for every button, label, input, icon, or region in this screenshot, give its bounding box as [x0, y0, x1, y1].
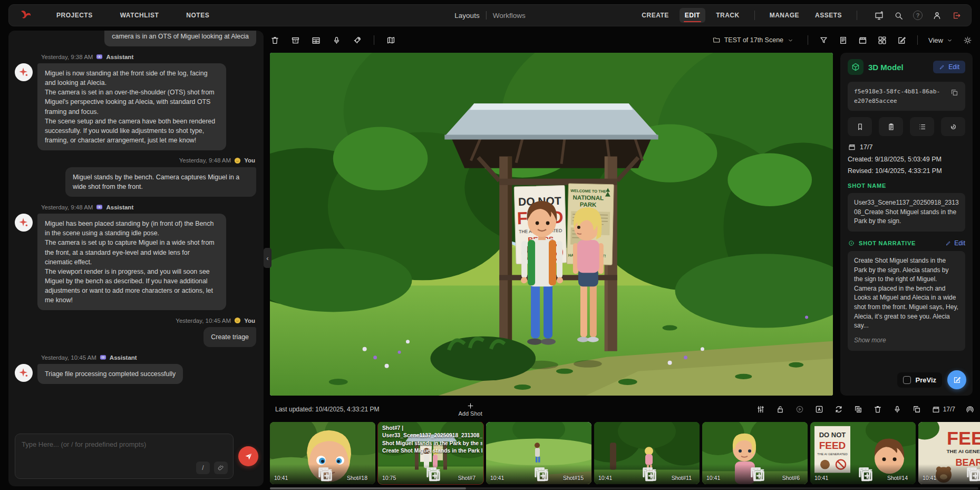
cube-icon	[851, 62, 860, 72]
logout-icon[interactable]	[952, 11, 962, 21]
search-icon[interactable]	[894, 11, 904, 21]
nav-create[interactable]: CREATE	[636, 8, 674, 23]
assistant-message: Triage file processing completed success…	[37, 364, 183, 384]
shot-thumbnail[interactable]: 10:41Shot#15	[486, 422, 591, 484]
shot-timeline-strip[interactable]: 10:41Shot#18Shot#7 |User33_Scene1137_202…	[270, 422, 980, 485]
chat-message-list[interactable]: camera is in an OTS of Miguel looking at…	[8, 31, 264, 429]
nav-watchlist[interactable]: WATCHLIST	[115, 8, 164, 23]
sliders-icon[interactable]	[756, 405, 765, 414]
message-timestamp: Yesterday, 9:48 AM	[179, 157, 231, 164]
copy-icon[interactable]	[489, 464, 591, 484]
narrative-edit-button[interactable]: Edit	[945, 239, 965, 247]
bookmark-button[interactable]	[848, 117, 872, 136]
user-icon[interactable]	[932, 11, 942, 21]
shot-thumbnail[interactable]: DO NOTFEEDTHE AI GENERATED10:41Shot#14	[810, 422, 916, 484]
slash-command-button[interactable]: /	[196, 462, 210, 474]
attach-button[interactable]	[214, 462, 228, 474]
history-button[interactable]	[941, 117, 965, 136]
user-message: camera is in an OTS of Miguel looking at…	[104, 31, 256, 46]
collapse-chat-handle[interactable]: ‹	[264, 248, 271, 268]
divider	[857, 11, 857, 20]
shot-thumbnail[interactable]: Shot#7 |User33_Scene1137_20250918_231308…	[378, 422, 483, 484]
show-more-link[interactable]: Show more	[854, 336, 959, 345]
nav-track[interactable]: TRACK	[711, 8, 745, 23]
copy-icon[interactable]	[921, 464, 980, 484]
viewport-render[interactable]: DO NOT FEED THE AI GENERATED BEARS WELCO…	[270, 53, 833, 396]
add-shot-button[interactable]: Add Shot	[458, 402, 482, 417]
divider	[486, 11, 487, 20]
table-grid-icon[interactable]	[311, 35, 321, 45]
archive-box-icon[interactable]	[290, 35, 300, 45]
scrollbar-thumb[interactable]	[270, 487, 466, 489]
shot-info-bar: 10:41Shot#15	[486, 464, 591, 484]
display-icon[interactable]	[874, 11, 884, 21]
mode-workflows[interactable]: Workflows	[493, 12, 526, 20]
user-badge-icon	[234, 317, 241, 324]
divider	[917, 35, 918, 45]
shot-narrative-card: Create Shot Miguel stands in the Park by…	[848, 251, 965, 351]
previz-compose-button[interactable]	[947, 370, 966, 389]
script-icon[interactable]	[838, 35, 848, 45]
viewport-tools-left	[270, 35, 396, 45]
inspector-panel: 3D Model Edit f5e918e3-58fc-4b81-86ab-e2…	[840, 53, 973, 396]
message-meta: Yesterday, 9:48 AMAssistant	[41, 204, 255, 210]
nav-manage[interactable]: MANAGE	[764, 8, 804, 23]
copy-icon[interactable]	[381, 464, 483, 484]
view-dropdown[interactable]: View	[928, 36, 953, 44]
trash-icon[interactable]	[873, 405, 882, 414]
nav-projects[interactable]: PROJECTS	[51, 8, 98, 23]
nav-assets[interactable]: ASSETS	[810, 8, 847, 23]
layout-grid-icon[interactable]	[877, 35, 887, 45]
play-circle-icon[interactable]	[795, 405, 804, 414]
map-icon[interactable]	[386, 35, 396, 45]
copy-icon[interactable]	[273, 464, 375, 484]
image-a-icon[interactable]	[814, 405, 824, 414]
nav-edit[interactable]: EDIT	[680, 8, 705, 23]
filter-icon[interactable]	[819, 35, 829, 45]
message-row: Miguel is now standing at the front side…	[15, 63, 256, 150]
scene-selector-dropdown[interactable]: TEST of 17th Scene	[712, 36, 794, 44]
copy-icon[interactable]	[912, 405, 921, 414]
help-icon[interactable]: ?	[913, 11, 923, 20]
topbar-icon-group: ?	[874, 11, 962, 21]
shot-thumbnail[interactable]: 10:41Shot#11	[594, 422, 700, 484]
chat-input-row: /	[8, 429, 264, 486]
clapperboard-icon[interactable]	[858, 35, 868, 45]
shot-thumbnail[interactable]: 10:41Shot#6	[702, 422, 808, 484]
previz-checkbox[interactable]: PreViz	[897, 372, 942, 388]
paperclip-icon	[217, 464, 225, 472]
copy-icon[interactable]	[705, 464, 808, 484]
model-edit-button[interactable]: Edit	[933, 61, 965, 73]
duplicate-plus-icon[interactable]	[853, 405, 863, 414]
brand-logo-icon[interactable]	[18, 8, 33, 23]
nav-notes[interactable]: NOTES	[181, 8, 215, 23]
microphone-icon[interactable]	[332, 35, 342, 45]
mode-layouts[interactable]: Layouts	[454, 12, 479, 20]
compose-icon	[953, 376, 962, 385]
shot-info-bar: 10:41Shot#11	[594, 464, 700, 484]
previz-row: PreViz	[897, 370, 966, 389]
shot-thumbnail[interactable]: FEEDTHE AI GENERATEDBEARS10:41Shot#	[918, 422, 980, 484]
copy-icon[interactable]	[597, 464, 700, 484]
narrative-icon	[848, 239, 855, 247]
assistant-badge-icon	[96, 53, 103, 60]
list-button[interactable]	[910, 117, 934, 136]
broadcast-icon[interactable]	[965, 405, 975, 414]
divider	[754, 11, 755, 20]
copy-icon[interactable]	[813, 464, 916, 484]
shot-thumbnail[interactable]: 10:41Shot#18	[270, 422, 375, 484]
shot-info-bar: 10:41Shot#	[918, 464, 980, 484]
trash-icon[interactable]	[270, 35, 280, 45]
shot-narrative-header: SHOT NARRATIVE Edit	[848, 239, 965, 247]
compose-icon[interactable]	[897, 35, 907, 45]
chat-input[interactable]	[15, 434, 233, 462]
copy-icon[interactable]	[950, 88, 959, 97]
refresh-icon[interactable]	[834, 405, 843, 414]
notes-button[interactable]	[879, 117, 903, 136]
unlock-icon[interactable]	[775, 405, 785, 414]
rocket-icon[interactable]	[352, 35, 362, 45]
microphone-icon[interactable]	[892, 405, 902, 414]
send-button[interactable]	[238, 446, 258, 466]
gear-icon[interactable]	[963, 35, 973, 45]
message-author: You	[244, 157, 255, 164]
